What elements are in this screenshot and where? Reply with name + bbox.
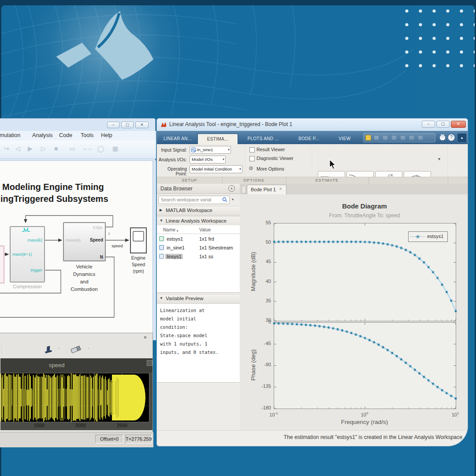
menu-simulation[interactable]: mulation [0, 132, 20, 138]
preview-line: inputs, and 0 states. [157, 348, 240, 357]
data-browser-header: Data Browser ▾ [157, 184, 240, 194]
column-header-name[interactable]: Name ▴ [163, 227, 178, 232]
input-signal-combo[interactable]: in_sine1▾ [190, 146, 231, 154]
tab-bode-plot[interactable]: BODE P... [289, 134, 329, 144]
mouse-cursor [329, 159, 337, 171]
result-viewer-checkbox[interactable] [249, 147, 255, 152]
menu-analysis[interactable]: Analysis [32, 132, 53, 138]
vehicle-dynamics-block[interactable]: Edge mass(k) Speed N Vehicle Dynamics an… [63, 223, 105, 292]
scope-plot-title: speed [49, 362, 64, 368]
tab-view[interactable]: VIEW [331, 134, 359, 144]
document-tab-bode-plot-1[interactable]: Bode Plot 1 ✕ [247, 185, 286, 195]
port-label: N [100, 255, 103, 260]
tab-linear-analysis[interactable]: LINEAR AN... [159, 134, 197, 144]
more-options-button[interactable]: More Options [257, 166, 284, 171]
operating-point-combo[interactable]: Model Initial Condition▾ [190, 165, 242, 173]
qat-icon[interactable] [401, 136, 405, 140]
legend-entry: estsys1 [427, 234, 443, 239]
matlab-workspace-section[interactable]: ▶ MATLAB Workspace [157, 206, 240, 216]
ss-variable-icon [159, 254, 164, 259]
search-dropdown-icon[interactable]: ▾ [232, 197, 234, 201]
minimize-ribbon-icon[interactable]: ▴ [457, 133, 467, 143]
close-button[interactable]: ✕ [451, 121, 466, 128]
qat-icon[interactable] [383, 136, 387, 140]
scope-x-tick: 2500 [109, 423, 135, 428]
new-session-icon[interactable] [365, 135, 371, 141]
separator-dot: · [88, 346, 89, 351]
table-row-estsys1[interactable]: estsys1 1x1 frd [157, 235, 240, 244]
tab-estimation[interactable]: ESTIMA... [197, 134, 238, 145]
linear-analysis-tool-window[interactable]: Linear Analysis Tool - engine_triggered … [156, 118, 468, 446]
menu-code[interactable]: Code [59, 132, 72, 138]
diagnostic-viewer-checkbox[interactable] [249, 156, 255, 161]
signal-name-label: speed [112, 243, 123, 248]
linear-analysis-workspace-section[interactable]: ▼ Linear Analysis Workspace [157, 216, 240, 226]
dropdown-icon: ▾ [223, 156, 224, 163]
stop-icon[interactable]: ■ [54, 145, 58, 152]
clipped-block[interactable] [0, 246, 4, 283]
engine-speed-scope-block[interactable]: Engine Speed (rpm) [130, 228, 146, 274]
undo-icon[interactable]: ↪ [4, 145, 9, 152]
group-separator [312, 145, 313, 175]
qat-icon[interactable] [409, 136, 414, 140]
simulink-editor-window[interactable]: – ▢ ✕ mulation Analysis Code Tools Help … [0, 118, 156, 340]
toolbar-overflow-chevron[interactable]: » [144, 334, 147, 340]
block-label: and [80, 279, 88, 284]
plot-close-icon[interactable] [147, 360, 152, 366]
step-forward-icon[interactable]: ▷ [41, 145, 46, 152]
minimize-button[interactable]: – [107, 122, 119, 128]
table-row-in-sine1[interactable]: in_sine1 1x1 Sinestream [157, 244, 240, 253]
search-placeholder: Search workspace varial [161, 197, 222, 202]
gallery-dropdown-icon[interactable]: ▾ [438, 156, 440, 161]
close-button[interactable]: ✕ [135, 122, 149, 128]
y-tick: 40 [256, 279, 271, 284]
block-label: Dynamics [73, 271, 96, 277]
qat-icon[interactable] [374, 136, 379, 140]
subsystem-icon[interactable]: ▭ [69, 145, 75, 152]
mode-icon[interactable]: ◯ [97, 145, 104, 152]
trigger-tool-icon[interactable] [43, 344, 53, 354]
print-icon[interactable] [439, 134, 446, 141]
minimize-button[interactable]: – [422, 121, 435, 128]
scope-screen-icon [133, 231, 144, 241]
qat-icon[interactable] [418, 136, 423, 140]
tab-scroller[interactable] [242, 186, 246, 193]
vertical-scrollbar[interactable] [152, 160, 156, 340]
maximize-button[interactable]: ▢ [121, 122, 134, 128]
workspace-search-input[interactable]: Search workspace varial [158, 196, 230, 204]
step-back-icon[interactable]: ◁ [15, 145, 20, 152]
menu-help[interactable]: Help [101, 132, 112, 138]
operating-point-label: Operating Point: [157, 167, 187, 176]
menu-tools[interactable]: Tools [81, 132, 93, 138]
variable-preview-section[interactable]: ▼ Variable Preview [157, 294, 240, 304]
maximize-button[interactable]: ▢ [436, 121, 450, 128]
sim-time-field[interactable]: ‒ ‒ [83, 145, 92, 152]
lat-statusbar: The estimation result "estsys1" is creat… [157, 430, 468, 446]
block-label: Combustion [71, 286, 97, 292]
tab-close-icon[interactable]: ✕ [279, 187, 282, 191]
simulink-canvas[interactable]: Modeling Engine Timing ingTriggered Subs… [0, 160, 152, 341]
panel-pin-icon[interactable]: ▾ [228, 185, 235, 192]
help-icon[interactable]: ? [448, 134, 455, 141]
table-row-linsys1[interactable]: linsys1 1x1 ss [157, 253, 240, 261]
highlight-tool-icon[interactable] [70, 344, 83, 354]
scope-window[interactable]: » ▾ · · speed 1500 2000 2500 Offset=0 T=… [0, 333, 153, 446]
qat-icon[interactable] [392, 136, 396, 140]
result-viewer-label[interactable]: Result Viewer [257, 147, 285, 152]
lat-titlebar[interactable]: Linear Analysis Tool - engine_triggered … [157, 119, 468, 131]
scope-toolbar: ▾ · · [0, 342, 153, 356]
search-icon[interactable] [222, 197, 227, 202]
analysis-ios-combo[interactable]: Model I/Os▾ [190, 156, 226, 164]
build-icon[interactable]: ▦ [112, 145, 118, 152]
window-title: Linear Analysis Tool - engine_triggered … [169, 121, 292, 127]
run-icon[interactable]: ▶ [28, 145, 33, 152]
gear-icon[interactable]: ⚙ [249, 165, 253, 171]
compression-block[interactable]: mass(k) mass(k+1) trigger Compression [10, 227, 45, 289]
column-header-value[interactable]: Value [199, 227, 211, 232]
diagnostic-viewer-label[interactable]: Diagnostic Viewer [257, 156, 294, 161]
lat-ribbon: Input Signal: in_sine1▾ Analysis I/Os: M… [157, 144, 468, 177]
chart-legend[interactable]: estsys1 [408, 231, 448, 242]
tab-plots-and-results[interactable]: PLOTS AND ... [239, 134, 287, 144]
estimate-group-label: ESTIMATE [301, 178, 353, 182]
y-tick: -180 [256, 405, 271, 410]
